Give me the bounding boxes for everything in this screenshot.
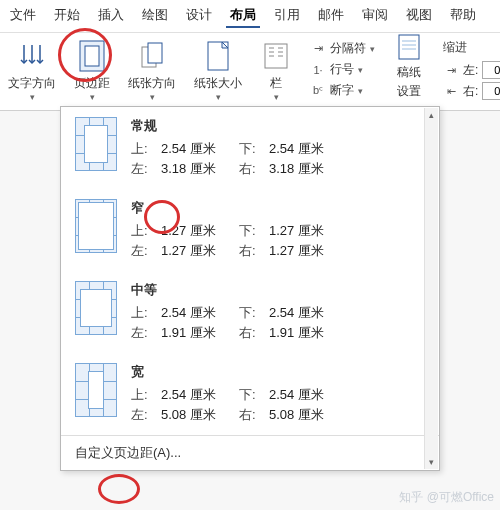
left-value: 1.91 厘米 [161,323,233,343]
paper-size-icon [202,39,234,73]
left-label: 左: [131,159,155,179]
left-value: 3.18 厘米 [161,159,233,179]
text-direction-label: 文字方向 [8,75,56,92]
right-label: 右: [239,323,263,343]
left-label: 左: [131,405,155,425]
bottom-value: 2.54 厘米 [269,303,341,323]
chevron-down-icon: ▾ [274,94,279,100]
margins-dropdown: 常规上:2.54 厘米下:2.54 厘米左:3.18 厘米右:3.18 厘米窄上… [60,106,440,471]
top-value: 1.27 厘米 [161,221,233,241]
chevron-down-icon: ▾ [30,94,35,100]
hyphenation-button[interactable]: bᶜ断字 ▾ [310,82,375,99]
menu-item-布局[interactable]: 布局 [226,4,260,28]
ribbon: 文字方向 ▾ 页边距 ▾ 纸张方向 ▾ 纸张大小 ▾ 栏 ▾ ⇥分隔符 ▾ 1·… [0,33,500,111]
text-direction-icon [16,39,48,73]
margin-thumb-icon [75,363,117,417]
indent-title: 缩进 [443,39,500,56]
indent-left-input[interactable] [482,61,500,79]
menu-item-文件[interactable]: 文件 [6,4,40,28]
indent-right-input[interactable] [482,82,500,100]
bottom-label: 下: [239,221,263,241]
menu-item-设计[interactable]: 设计 [182,4,216,28]
margin-thumb-icon [75,117,117,171]
line-numbers-button[interactable]: 1·行号 ▾ [310,61,375,78]
chevron-down-icon: ▾ [358,88,363,94]
right-value: 1.91 厘米 [269,323,341,343]
columns-label: 栏 [270,75,282,92]
top-value: 2.54 厘米 [161,139,233,159]
scroll-thumb[interactable] [425,122,438,455]
paper-size-button[interactable]: 纸张大小 ▾ [194,39,242,100]
indent-left-icon: ⇥ [443,62,459,78]
breaks-button[interactable]: ⇥分隔符 ▾ [310,40,375,57]
line-numbers-label: 行号 [330,61,354,78]
orientation-button[interactable]: 纸张方向 ▾ [128,39,176,100]
bottom-label: 下: [239,303,263,323]
scroll-up-icon[interactable]: ▴ [425,108,438,122]
text-direction-button[interactable]: 文字方向 ▾ [8,39,56,100]
top-label: 上: [131,221,155,241]
menu-item-邮件[interactable]: 邮件 [314,4,348,28]
margin-preset-narrow[interactable]: 窄上:1.27 厘米下:1.27 厘米左:1.27 厘米右:1.27 厘米 [61,189,439,271]
menu-item-视图[interactable]: 视图 [402,4,436,28]
left-value: 5.08 厘米 [161,405,233,425]
orientation-icon [136,39,168,73]
draft-paper-button[interactable]: 稿纸 设置 [393,39,425,100]
page-margins-button[interactable]: 页边距 ▾ [74,39,110,100]
left-value: 1.27 厘米 [161,241,233,261]
top-label: 上: [131,385,155,405]
left-label: 左: [131,241,155,261]
menu-item-绘图[interactable]: 绘图 [138,4,172,28]
menu-bar: 文件开始插入绘图设计布局引用邮件审阅视图帮助 [0,0,500,33]
columns-button[interactable]: 栏 ▾ [260,39,292,100]
top-value: 2.54 厘米 [161,385,233,405]
page-margins-label: 页边距 [74,75,110,92]
draft-paper-label: 稿纸 [397,64,421,81]
menu-item-引用[interactable]: 引用 [270,4,304,28]
draft-paper-label2: 设置 [397,83,421,100]
menu-item-开始[interactable]: 开始 [50,4,84,28]
indent-right-label: 右: [463,83,478,100]
bottom-value: 2.54 厘米 [269,385,341,405]
svg-rect-4 [85,46,99,66]
indent-right-icon: ⇤ [443,83,459,99]
draft-paper-icon [393,32,425,62]
margin-preset-normal[interactable]: 常规上:2.54 厘米下:2.54 厘米左:3.18 厘米右:3.18 厘米 [61,107,439,189]
orientation-label: 纸张方向 [128,75,176,92]
right-value: 3.18 厘米 [269,159,341,179]
line-numbers-icon: 1· [310,62,326,78]
chevron-down-icon: ▾ [150,94,155,100]
chevron-down-icon: ▾ [358,67,363,73]
margin-preset-medium[interactable]: 中等上:2.54 厘米下:2.54 厘米左:1.91 厘米右:1.91 厘米 [61,271,439,353]
scrollbar[interactable]: ▴ ▾ [424,108,438,469]
chevron-down-icon: ▾ [370,46,375,52]
scroll-down-icon[interactable]: ▾ [425,455,438,469]
chevron-down-icon: ▾ [90,94,95,100]
breaks-icon: ⇥ [310,41,326,57]
indent-group: 缩进 ⇥ 左: ⇤ 右: [443,39,500,100]
annotation-circle [98,474,140,504]
custom-margins-item[interactable]: 自定义页边距(A)... [61,436,439,470]
hyphenation-label: 断字 [330,82,354,99]
right-label: 右: [239,241,263,261]
top-value: 2.54 厘米 [161,303,233,323]
watermark: 知乎 @可燃Office [399,489,494,506]
columns-icon [260,39,292,73]
right-value: 1.27 厘米 [269,241,341,261]
right-value: 5.08 厘米 [269,405,341,425]
menu-item-帮助[interactable]: 帮助 [446,4,480,28]
page-setup-small-group: ⇥分隔符 ▾ 1·行号 ▾ bᶜ断字 ▾ [310,39,375,100]
svg-rect-15 [399,35,419,59]
margin-thumb-icon [75,199,117,253]
paper-size-label: 纸张大小 [194,75,242,92]
margin-preset-wide[interactable]: 宽上:2.54 厘米下:2.54 厘米左:5.08 厘米右:5.08 厘米 [61,353,439,435]
menu-item-插入[interactable]: 插入 [94,4,128,28]
bottom-value: 2.54 厘米 [269,139,341,159]
indent-left-label: 左: [463,62,478,79]
left-label: 左: [131,323,155,343]
bottom-label: 下: [239,139,263,159]
top-label: 上: [131,139,155,159]
breaks-label: 分隔符 [330,40,366,57]
menu-item-审阅[interactable]: 审阅 [358,4,392,28]
right-label: 右: [239,159,263,179]
